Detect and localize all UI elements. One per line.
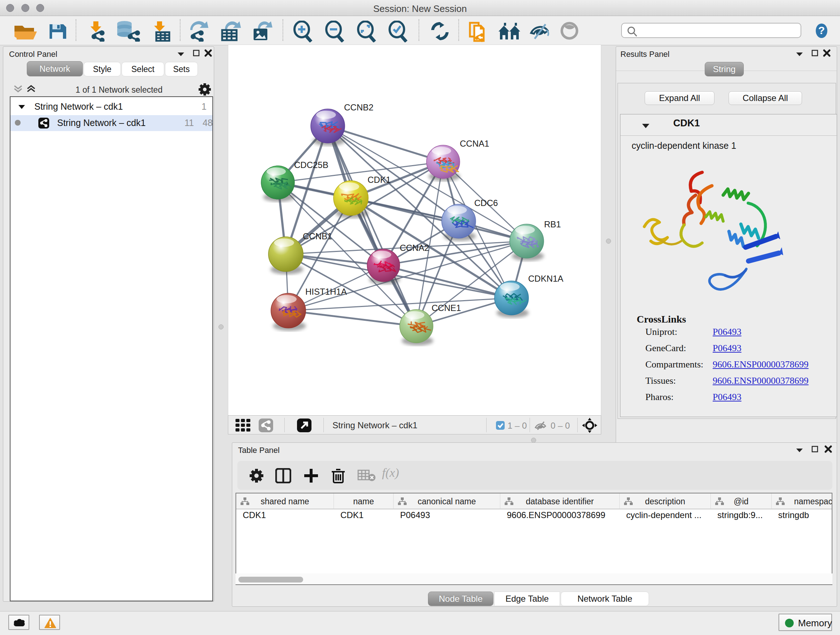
zoom-fit-icon[interactable] [356, 21, 378, 42]
network-graph[interactable]: CCNB2CCNA1CDC25BCDK1CDC6RB1CCNB1CCNA2CDK… [228, 44, 601, 415]
collapse-all-button[interactable]: Collapse All [729, 91, 802, 105]
scrollbar-thumb[interactable] [238, 577, 303, 583]
crosslink-value[interactable]: P06493 [713, 326, 741, 337]
table-panel-title: Table Panel [238, 446, 279, 455]
selected-nodes-checkbox-icon[interactable] [496, 421, 505, 430]
collection-label: String Network – cdk1 [34, 101, 123, 112]
results-panel-close-icon[interactable] [823, 49, 831, 57]
export-image-icon[interactable] [251, 21, 273, 42]
table-cell[interactable]: cyclin-dependent ... [620, 510, 711, 523]
open-file-icon[interactable] [13, 21, 38, 41]
import-network-file-icon[interactable] [86, 21, 109, 42]
table-cell[interactable]: P06493 [393, 510, 500, 523]
results-panel-collapse-icon[interactable] [796, 51, 804, 57]
tab-node-table[interactable]: Node Table [428, 592, 493, 606]
table-cell[interactable]: 9606.ENSP00000378699 [500, 510, 620, 523]
cloud-button[interactable] [8, 615, 29, 630]
column-header-canonical-name[interactable]: canonical name [393, 494, 500, 509]
crosslink-row: Uniprot:P06493 [621, 326, 837, 341]
table-cell[interactable]: stringdb [772, 510, 832, 523]
tab-sets[interactable]: Sets [165, 62, 198, 76]
zoom-out-icon[interactable] [324, 21, 347, 42]
table-cell[interactable]: CDK1 [334, 510, 393, 523]
network-node-count: 11 [185, 118, 194, 128]
results-panel-float-icon[interactable] [812, 50, 819, 57]
table-cell[interactable]: stringdb:9... [711, 510, 772, 523]
node-table[interactable]: shared namenamecanonical namedatabase id… [235, 493, 832, 585]
open-in-window-icon[interactable] [297, 418, 311, 432]
crosslink-value[interactable]: 9606.ENSP00000378699 [713, 359, 808, 370]
network-share-badge-icon[interactable] [259, 418, 273, 432]
control-panel-collapse-icon[interactable] [177, 51, 185, 57]
zoom-selected-icon[interactable] [387, 21, 410, 42]
control-panel-float-icon[interactable] [193, 50, 200, 57]
show-all-icon[interactable] [560, 21, 579, 41]
network-collection-row[interactable]: String Network – cdk1 1 [11, 100, 212, 115]
help-icon[interactable]: ? [815, 21, 834, 40]
table-gear-icon[interactable] [249, 468, 264, 483]
left-splitter-handle[interactable] [218, 325, 224, 329]
crosslink-value[interactable]: P06493 [713, 392, 741, 402]
right-splitter-handle[interactable] [606, 239, 611, 244]
crosslinks-heading: CrossLinks [637, 314, 686, 325]
tab-edge-table[interactable]: Edge Table [494, 592, 560, 606]
fit-selected-crosshair-icon[interactable] [582, 418, 597, 433]
column-header--id[interactable]: @id [711, 494, 772, 509]
protein-section: CDK1 cyclin-dependent kinase 1 [620, 114, 837, 417]
memory-button[interactable]: Memory [778, 614, 832, 631]
collection-expanded-icon[interactable] [18, 104, 26, 110]
control-panel-close-icon[interactable] [204, 49, 212, 57]
tab-network-table[interactable]: Network Table [561, 592, 649, 606]
hide-selected-icon[interactable] [530, 21, 551, 42]
new-network-from-selection-icon[interactable] [468, 21, 490, 42]
show-columns-icon[interactable] [275, 468, 291, 483]
tab-network[interactable]: Network [27, 61, 83, 76]
add-column-icon[interactable] [303, 468, 319, 483]
column-header-name[interactable]: name [334, 494, 393, 509]
export-table-icon[interactable] [219, 21, 242, 42]
table-horizontal-scrollbar[interactable] [235, 573, 832, 584]
column-header-shared-name[interactable]: shared name [236, 494, 334, 509]
crosslink-label: Tissues: [645, 375, 676, 386]
crosslink-value[interactable]: 9606.ENSP00000378699 [713, 375, 808, 386]
search-icon [627, 26, 638, 37]
warning-icon [44, 618, 56, 629]
zoom-in-icon[interactable] [292, 21, 315, 42]
table-panel-collapse-icon[interactable] [796, 447, 804, 453]
table-panel-close-icon[interactable] [824, 445, 832, 453]
crosslink-row: Compartments:9606.ENSP00000378699 [621, 359, 837, 374]
import-table-file-icon[interactable] [151, 21, 172, 42]
column-header-label: name [334, 497, 393, 507]
function-builder-icon[interactable]: f(x) [382, 466, 399, 480]
horizontal-splitter-handle[interactable] [531, 438, 536, 443]
expand-all-button[interactable]: Expand All [645, 91, 714, 105]
protein-description: cyclin-dependent kinase 1 [632, 141, 736, 151]
tab-string[interactable]: String [705, 62, 744, 76]
network-row-selected[interactable]: String Network – cdk1 11 48 [11, 115, 212, 131]
delete-table-icon[interactable] [357, 470, 376, 482]
node-label-HIST1H1A: HIST1H1A [305, 287, 347, 296]
tab-style[interactable]: Style [84, 62, 121, 76]
refresh-icon[interactable] [430, 21, 451, 42]
network-options-gear-icon[interactable] [197, 82, 212, 97]
column-header-database-identifier[interactable]: database identifier [500, 494, 620, 509]
save-session-icon[interactable] [47, 21, 68, 41]
column-header-description[interactable]: description [620, 494, 711, 509]
node-label-CDK1: CDK1 [368, 175, 391, 185]
protein-section-collapse-icon[interactable] [641, 122, 650, 129]
export-network-icon[interactable] [187, 21, 210, 42]
birdseye-grid-icon[interactable] [235, 419, 252, 432]
search-input[interactable] [621, 23, 801, 38]
import-network-database-icon[interactable] [116, 21, 141, 42]
memory-label: Memory [798, 618, 832, 629]
column-header-label: shared name [236, 497, 333, 507]
delete-column-icon[interactable] [331, 467, 346, 484]
crosslink-value[interactable]: P06493 [713, 343, 741, 354]
main-toolbar: ? [0, 16, 840, 45]
warning-button[interactable] [39, 615, 60, 630]
table-panel-float-icon[interactable] [812, 446, 819, 453]
first-neighbors-icon[interactable] [498, 21, 523, 42]
table-cell[interactable]: CDK1 [236, 510, 334, 523]
column-header-namespace[interactable]: namespace [772, 494, 832, 509]
tab-select[interactable]: Select [122, 62, 164, 76]
